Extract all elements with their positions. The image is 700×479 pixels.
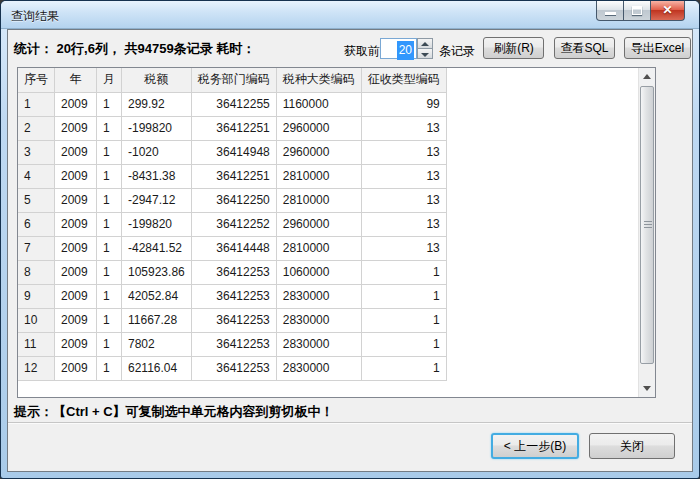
table-cell[interactable]: 13 [361, 236, 446, 260]
table-cell[interactable]: 2810000 [276, 188, 361, 212]
table-cell[interactable]: 13 [361, 212, 446, 236]
row-number-cell[interactable]: 9 [18, 284, 55, 308]
table-cell[interactable]: 1 [97, 188, 122, 212]
table-cell[interactable]: 1 [361, 284, 446, 308]
table-cell[interactable]: 2830000 [276, 332, 361, 356]
row-number-cell[interactable]: 1 [18, 92, 55, 116]
table-cell[interactable]: 2810000 [276, 164, 361, 188]
column-header[interactable]: 征收类型编码 [361, 68, 446, 92]
column-header[interactable]: 序号 [18, 68, 55, 92]
minimize-button[interactable] [596, 1, 624, 21]
table-cell[interactable]: 1 [97, 236, 122, 260]
table-cell[interactable]: 13 [361, 164, 446, 188]
row-number-cell[interactable]: 8 [18, 260, 55, 284]
table-cell[interactable]: 36412250 [191, 188, 276, 212]
table-cell[interactable]: 36414948 [191, 140, 276, 164]
table-cell[interactable]: 36412255 [191, 92, 276, 116]
table-cell[interactable]: 1 [97, 332, 122, 356]
table-cell[interactable]: 2009 [55, 260, 97, 284]
table-cell[interactable]: 36412253 [191, 284, 276, 308]
table-cell[interactable]: -199820 [122, 212, 192, 236]
row-number-cell[interactable]: 6 [18, 212, 55, 236]
refresh-button[interactable]: 刷新(R) [483, 37, 544, 59]
scrollbar-thumb[interactable] [640, 86, 654, 364]
table-cell[interactable]: 1 [97, 92, 122, 116]
table-cell[interactable]: 36414448 [191, 236, 276, 260]
table-cell[interactable]: 2960000 [276, 140, 361, 164]
back-button[interactable]: < 上一步(B) [491, 433, 579, 459]
table-cell[interactable]: 1 [97, 140, 122, 164]
table-cell[interactable]: -199820 [122, 116, 192, 140]
table-cell[interactable]: 1 [97, 212, 122, 236]
table-cell[interactable]: 1 [361, 356, 446, 380]
vertical-scrollbar[interactable] [638, 68, 655, 397]
table-cell[interactable]: 36412251 [191, 164, 276, 188]
table-cell[interactable]: 1160000 [276, 92, 361, 116]
table-cell[interactable]: 2009 [55, 236, 97, 260]
view-sql-button[interactable]: 查看SQL [554, 37, 615, 59]
table-cell[interactable]: 2960000 [276, 116, 361, 140]
table-cell[interactable]: 1 [97, 116, 122, 140]
scroll-down-button[interactable] [639, 380, 655, 397]
export-excel-button[interactable]: 导出Excel [624, 37, 691, 59]
spin-down-button[interactable] [417, 49, 433, 59]
column-header[interactable]: 税额 [122, 68, 192, 92]
table-cell[interactable]: 1 [97, 284, 122, 308]
table-cell[interactable]: 2009 [55, 332, 97, 356]
spin-up-button[interactable] [417, 38, 433, 49]
table-cell[interactable]: 36412253 [191, 308, 276, 332]
maximize-button[interactable] [624, 1, 651, 21]
table-cell[interactable]: 2009 [55, 92, 97, 116]
table-cell[interactable]: 2009 [55, 308, 97, 332]
table-cell[interactable]: 36412253 [191, 356, 276, 380]
close-window-button[interactable]: ✕ [651, 1, 685, 21]
table-cell[interactable]: 2830000 [276, 308, 361, 332]
close-button[interactable]: 关闭 [589, 433, 675, 459]
table-cell[interactable]: 1 [361, 308, 446, 332]
table-cell[interactable]: 105923.86 [122, 260, 192, 284]
table-cell[interactable]: 36412253 [191, 260, 276, 284]
table-cell[interactable]: 2810000 [276, 236, 361, 260]
table-cell[interactable]: 13 [361, 188, 446, 212]
table-cell[interactable]: 11667.28 [122, 308, 192, 332]
scroll-up-button[interactable] [639, 68, 655, 85]
table-cell[interactable]: 299.92 [122, 92, 192, 116]
row-number-cell[interactable]: 4 [18, 164, 55, 188]
row-number-cell[interactable]: 5 [18, 188, 55, 212]
table-cell[interactable]: 2830000 [276, 284, 361, 308]
table-cell[interactable]: -42841.52 [122, 236, 192, 260]
table-cell[interactable]: 2009 [55, 116, 97, 140]
table-cell[interactable]: 36412251 [191, 116, 276, 140]
table-cell[interactable]: 1 [97, 260, 122, 284]
row-number-cell[interactable]: 10 [18, 308, 55, 332]
row-number-cell[interactable]: 3 [18, 140, 55, 164]
table-cell[interactable]: 1060000 [276, 260, 361, 284]
table-cell[interactable]: 2009 [55, 188, 97, 212]
table-cell[interactable]: 13 [361, 116, 446, 140]
table-cell[interactable]: 36412253 [191, 332, 276, 356]
table-cell[interactable]: 62116.04 [122, 356, 192, 380]
table-cell[interactable]: 1 [97, 308, 122, 332]
table-cell[interactable]: 2830000 [276, 356, 361, 380]
table-cell[interactable]: 2009 [55, 212, 97, 236]
table-cell[interactable]: 2009 [55, 356, 97, 380]
table-cell[interactable]: 1 [97, 164, 122, 188]
row-number-cell[interactable]: 12 [18, 356, 55, 380]
table-cell[interactable]: 13 [361, 140, 446, 164]
table-cell[interactable]: 2009 [55, 164, 97, 188]
column-header[interactable]: 月 [97, 68, 122, 92]
table-cell[interactable]: 99 [361, 92, 446, 116]
column-header[interactable]: 年 [55, 68, 97, 92]
table-cell[interactable]: 7802 [122, 332, 192, 356]
table-cell[interactable]: -2947.12 [122, 188, 192, 212]
row-number-cell[interactable]: 11 [18, 332, 55, 356]
column-header[interactable]: 税务部门编码 [191, 68, 276, 92]
table-cell[interactable]: 2009 [55, 284, 97, 308]
table-cell[interactable]: -8431.38 [122, 164, 192, 188]
row-number-cell[interactable]: 7 [18, 236, 55, 260]
table-cell[interactable]: -1020 [122, 140, 192, 164]
table-cell[interactable]: 36412252 [191, 212, 276, 236]
table-cell[interactable]: 1 [361, 332, 446, 356]
table-cell[interactable]: 2009 [55, 140, 97, 164]
title-bar[interactable]: 查询结果 ✕ [1, 1, 699, 29]
